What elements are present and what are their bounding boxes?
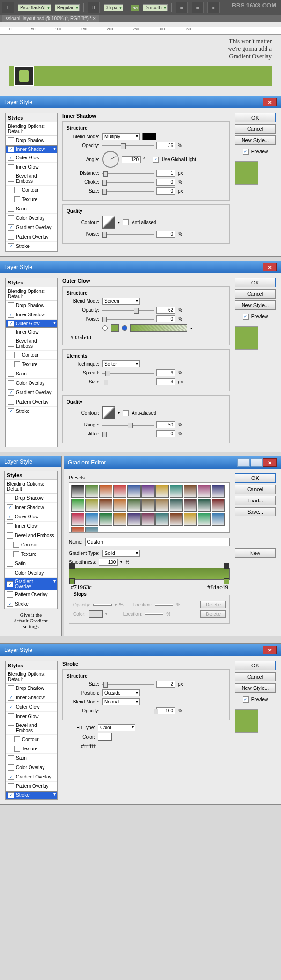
color-radio[interactable]	[102, 325, 108, 331]
size-slider[interactable]	[102, 681, 154, 688]
contour-picker[interactable]	[102, 406, 115, 419]
checkbox[interactable]	[8, 206, 14, 212]
checkbox[interactable]	[8, 312, 14, 318]
preset-swatch[interactable]	[127, 499, 140, 512]
color-stop-left[interactable]	[69, 578, 75, 584]
style-bevel-emboss[interactable]: Bevel and Emboss	[5, 531, 57, 540]
blend-mode-select[interactable]: Normal	[102, 698, 140, 705]
font-weight-select[interactable]: Regular	[55, 4, 80, 11]
style-inner-glow[interactable]: Inner Glow	[6, 712, 57, 721]
checkbox[interactable]	[7, 581, 13, 587]
opacity-input[interactable]: 36	[156, 142, 175, 149]
checkbox[interactable]	[7, 561, 13, 567]
antialias-checkbox[interactable]	[123, 410, 129, 416]
preset-swatch[interactable]	[198, 499, 211, 512]
antialias-select[interactable]: Smooth	[143, 4, 167, 11]
close-button[interactable]: ✕	[263, 458, 277, 467]
name-input[interactable]	[85, 538, 230, 546]
style-inner-glow[interactable]: Inner Glow	[6, 328, 57, 337]
style-drop-shadow[interactable]: Drop Shadow	[5, 494, 57, 503]
blend-mode-select[interactable]: Multiply	[102, 133, 140, 140]
checkbox[interactable]	[7, 523, 13, 529]
opacity-stop-left[interactable]	[69, 563, 75, 569]
preset-swatch[interactable]	[113, 513, 126, 526]
maximize-button[interactable]	[251, 458, 263, 467]
preset-swatch[interactable]	[170, 485, 183, 498]
styles-header[interactable]: Styles	[6, 113, 57, 122]
close-button[interactable]: ✕	[263, 98, 277, 106]
checkbox[interactable]	[8, 704, 14, 710]
checkbox[interactable]	[8, 164, 14, 170]
minimize-button[interactable]	[237, 458, 250, 467]
color-swatch[interactable]	[142, 133, 156, 140]
preset-swatch[interactable]	[127, 513, 140, 526]
choke-input[interactable]: 0	[156, 179, 175, 186]
cancel-button[interactable]: Cancel	[235, 485, 276, 494]
style-satin[interactable]: Satin	[5, 559, 57, 569]
angle-input[interactable]: 120	[122, 156, 140, 163]
checkbox[interactable]	[14, 746, 20, 752]
preset-swatch[interactable]	[85, 527, 98, 533]
style-gradient-overlay[interactable]: Gradient Overlay	[6, 772, 57, 782]
style-stroke[interactable]: Stroke	[6, 791, 57, 799]
close-button[interactable]: ✕	[263, 263, 277, 271]
style-color-overlay[interactable]: Color Overlay	[6, 214, 57, 223]
spread-input[interactable]: 6	[156, 369, 175, 376]
preset-swatch[interactable]	[155, 499, 169, 512]
preset-swatch[interactable]	[113, 485, 126, 498]
cancel-button[interactable]: Cancel	[235, 289, 276, 299]
checkbox[interactable]	[8, 215, 14, 221]
checkbox[interactable]	[7, 570, 13, 576]
new-button[interactable]: New	[235, 548, 276, 558]
color-swatch[interactable]	[111, 324, 119, 332]
fill-type-select[interactable]: Color	[98, 724, 135, 731]
font-family-select[interactable]: PicoBlackAl	[18, 4, 51, 11]
angle-dial[interactable]	[102, 151, 119, 168]
checkbox[interactable]	[8, 243, 14, 249]
style-texture[interactable]: Texture	[6, 744, 57, 754]
gradient-radio[interactable]	[122, 325, 127, 331]
preset-swatch[interactable]	[184, 513, 197, 526]
preset-swatch[interactable]	[99, 513, 112, 526]
style-gradient-overlay[interactable]: Gradient Overlay	[5, 578, 57, 590]
style-bevel-emboss[interactable]: Bevel and Emboss	[6, 721, 57, 735]
preset-swatch[interactable]	[99, 485, 112, 498]
size-input[interactable]: 3	[156, 378, 175, 385]
preset-swatch[interactable]	[141, 499, 155, 512]
preset-swatch[interactable]	[141, 485, 155, 498]
style-inner-glow[interactable]: Inner Glow	[5, 522, 57, 531]
range-slider[interactable]	[102, 422, 154, 428]
style-outer-glow[interactable]: Outer Glow	[6, 153, 57, 163]
style-inner-shadow[interactable]: Inner Shadow	[5, 503, 57, 512]
preset-swatch[interactable]	[99, 499, 112, 512]
checkbox[interactable]	[8, 389, 14, 396]
noise-input[interactable]: 0	[156, 315, 175, 322]
contour-picker[interactable]	[102, 216, 115, 229]
titlebar[interactable]: Layer Style✕	[0, 96, 281, 108]
checkbox[interactable]	[14, 736, 20, 742]
checkbox[interactable]	[7, 495, 13, 501]
style-color-overlay[interactable]: Color Overlay	[6, 763, 57, 772]
gradient-bar[interactable]	[69, 568, 230, 580]
checkbox[interactable]	[7, 601, 13, 607]
checkbox[interactable]	[8, 764, 14, 771]
noise-slider[interactable]	[102, 231, 154, 238]
choke-slider[interactable]	[102, 179, 154, 186]
preset-swatch[interactable]	[184, 485, 197, 498]
checkbox[interactable]	[8, 302, 14, 308]
checkbox[interactable]	[8, 685, 14, 691]
opacity-stop-right[interactable]	[224, 563, 229, 569]
align-right-icon[interactable]: ≡	[207, 2, 220, 13]
distance-slider[interactable]	[102, 170, 154, 177]
blend-mode-select[interactable]: Screen	[102, 298, 140, 305]
styles-header[interactable]: Styles	[5, 471, 57, 480]
preset-swatch[interactable]	[155, 485, 169, 498]
checkbox[interactable]	[13, 551, 19, 557]
checkbox[interactable]	[8, 176, 14, 182]
checkbox[interactable]	[14, 361, 20, 367]
checkbox[interactable]	[8, 399, 14, 405]
style-contour[interactable]: Contour	[6, 186, 57, 195]
style-contour[interactable]: Contour	[6, 735, 57, 744]
load-button[interactable]: Load...	[235, 496, 276, 505]
smoothness-input[interactable]: 100	[99, 559, 118, 566]
